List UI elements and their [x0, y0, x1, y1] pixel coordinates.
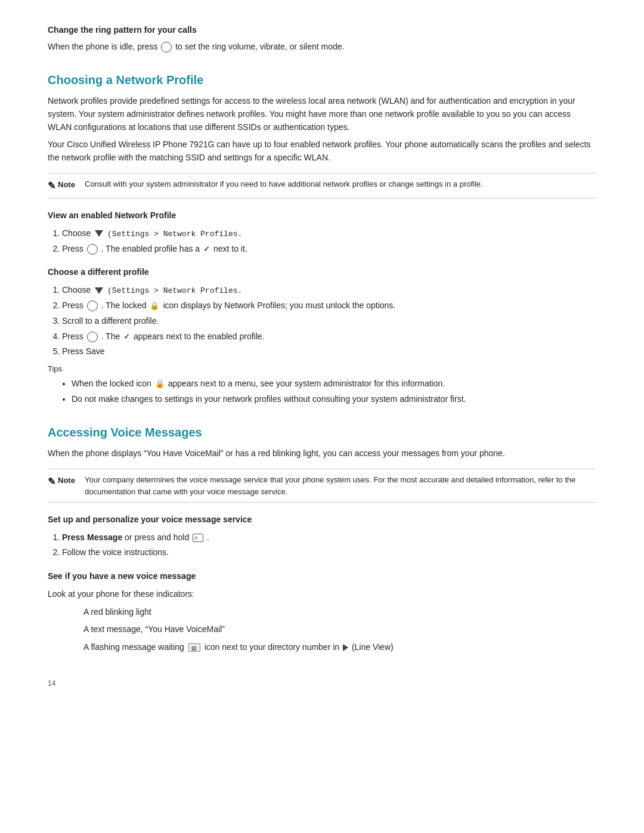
- accessing-voice-title: Accessing Voice Messages: [48, 423, 596, 441]
- voice-note-content: Your company determines the voice messag…: [85, 474, 596, 497]
- note-label-text: Note: [58, 179, 75, 191]
- setup-voice-heading: Set up and personalize your voice messag…: [48, 513, 596, 527]
- setup-step-2: Follow the voice instructions.: [62, 546, 596, 559]
- see-voice-heading: See if you have a new voice message: [48, 570, 596, 583]
- choose-profile-subsection: Choose a different profile Choose (Setti…: [48, 266, 596, 405]
- choose-profile-heading: Choose a different profile: [48, 266, 596, 279]
- accessing-voice-section: Accessing Voice Messages When the phone …: [48, 423, 596, 654]
- indicator-1: A red blinking light: [83, 606, 596, 619]
- choose-step-5: Press Save: [62, 345, 596, 358]
- page-number: 14: [48, 678, 596, 689]
- press-circle-icon-3: [87, 332, 98, 342]
- arrow-right-icon: [343, 644, 348, 651]
- tip-1: When the locked icon 🔒 appears next to a…: [72, 377, 596, 391]
- change-ring-heading: Change the ring pattern for your calls: [48, 24, 596, 37]
- choose-profile-steps: Choose (Settings > Network Profiles. Pre…: [48, 284, 596, 358]
- press-circle-icon-1: [87, 244, 98, 255]
- accessing-voice-note: ✎ Note Your company determines the voice…: [48, 469, 596, 503]
- indicators-list: A red blinking light A text message, “Yo…: [48, 606, 596, 654]
- change-ring-body: When the phone is idle, press to set the…: [48, 41, 596, 54]
- view-profile-subsection: View an enabled Network Profile Choose (…: [48, 209, 596, 256]
- choosing-network-para2: Your Cisco Unified Wireless IP Phone 792…: [48, 138, 596, 164]
- choose-step-4: Press . The ✓ appears next to the enable…: [62, 330, 596, 343]
- setup-voice-steps: Press Message or press and hold . Follow…: [48, 531, 596, 559]
- setup-voice-subsection: Set up and personalize your voice messag…: [48, 513, 596, 559]
- indicator-2: A text message, “You Have VoiceMail”: [83, 623, 596, 636]
- see-voice-subsection: See if you have a new voice message Look…: [48, 570, 596, 654]
- choosing-network-para1: Network profiles provide predefined sett…: [48, 95, 596, 134]
- checkmark-icon: ✓: [203, 243, 210, 255]
- view-step-1: Choose (Settings > Network Profiles.: [62, 227, 596, 240]
- lock-icon-tip: 🔒: [155, 378, 165, 390]
- tips-list: When the locked icon 🔒 appears next to a…: [48, 377, 596, 405]
- note-content: Consult with your system administrator i…: [85, 178, 483, 190]
- view-profile-heading: View an enabled Network Profile: [48, 209, 596, 222]
- pencil-icon: ✎: [48, 179, 55, 193]
- checkmark-icon-2: ✓: [123, 331, 130, 343]
- choosing-network-note: ✎ Note Consult with your system administ…: [48, 173, 596, 199]
- note-label-area: ✎ Note: [48, 178, 78, 193]
- accessing-voice-para: When the phone displays “You Have VoiceM…: [48, 447, 596, 460]
- view-profile-steps: Choose (Settings > Network Profiles. Pre…: [48, 227, 596, 256]
- choose-step-3: Scroll to a different profile.: [62, 315, 596, 328]
- message-waiting-icon: ▤: [188, 643, 200, 652]
- indicator-3: A flashing message waiting ▤ icon next t…: [83, 641, 596, 654]
- see-voice-body: Look at your phone for these indicators:: [48, 588, 596, 601]
- view-step-2: Press . The enabled profile has a ✓ next…: [62, 243, 596, 256]
- press-circle-icon-2: [87, 301, 98, 311]
- choosing-network-section: Choosing a Network Profile Network profi…: [48, 71, 596, 405]
- setup-step-1: Press Message or press and hold .: [62, 531, 596, 544]
- voice-pencil-icon: ✎: [48, 475, 55, 489]
- voice-note-label-text: Note: [58, 475, 75, 487]
- tips-label: Tips: [48, 363, 596, 375]
- settings-triangle-icon: [95, 230, 103, 237]
- choosing-network-title: Choosing a Network Profile: [48, 71, 596, 89]
- message-icon: [193, 534, 203, 542]
- tip-2: Do not make changes to settings in your …: [72, 393, 596, 406]
- change-ring-section: Change the ring pattern for your calls W…: [48, 24, 596, 53]
- lock-icon: 🔒: [150, 300, 159, 312]
- choose-step-1: Choose (Settings > Network Profiles.: [62, 284, 596, 297]
- voice-note-label-area: ✎ Note: [48, 474, 78, 489]
- ring-volume-icon: [161, 42, 172, 52]
- choose-step-2: Press . The locked 🔒 icon displays by Ne…: [62, 299, 596, 312]
- settings-triangle-icon-2: [95, 287, 103, 294]
